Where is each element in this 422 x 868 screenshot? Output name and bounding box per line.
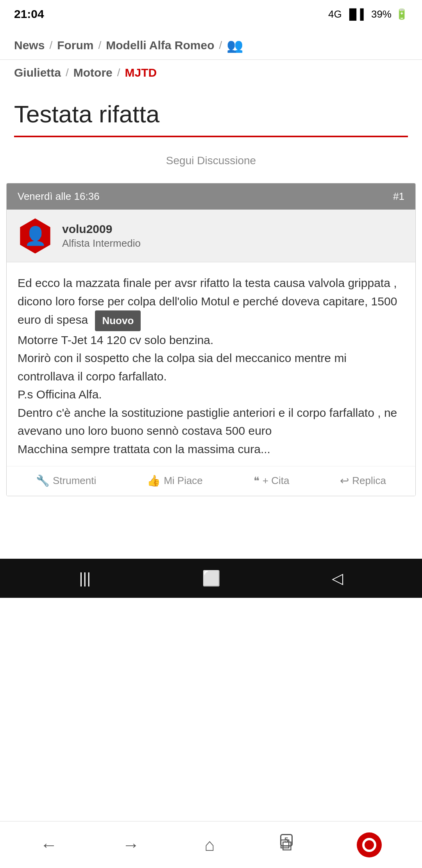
like-button[interactable]: 👍 Mi Piace xyxy=(147,474,203,487)
post-author-row: 👤 volu2009 Alfista Intermedio xyxy=(7,210,415,262)
reply-icon: ↩ xyxy=(340,474,349,487)
android-recents-button[interactable]: ◁ xyxy=(332,570,343,587)
breadcrumb-bottom: Giulietta / Motore / MJTD xyxy=(0,60,422,86)
follow-discussion-button[interactable]: Segui Discussione xyxy=(166,154,256,167)
author-info: volu2009 Alfista Intermedio xyxy=(62,222,141,249)
breadcrumb-modelli[interactable]: Modelli Alfa Romeo xyxy=(106,39,214,52)
breadcrumb-forum[interactable]: Forum xyxy=(57,39,93,52)
like-label: Mi Piace xyxy=(164,475,203,487)
sep-2: / xyxy=(98,39,101,52)
android-home-icon: ⬜ xyxy=(202,570,220,586)
battery-text: 39% xyxy=(371,8,392,20)
quote-icon: ❝ xyxy=(254,474,259,487)
page-title: Testata rifatta xyxy=(14,100,408,129)
sep-4: / xyxy=(66,66,69,79)
nuovo-badge: Nuovo xyxy=(95,310,141,331)
avatar: 👤 xyxy=(18,218,53,253)
post-body: Ed ecco la mazzata finale per avsr rifat… xyxy=(7,262,415,466)
tools-icon: 🔧 xyxy=(36,474,50,487)
android-nav: ||| ⬜ ◁ xyxy=(0,559,422,598)
post-number: #1 xyxy=(393,190,404,203)
breadcrumb-news[interactable]: News xyxy=(14,39,45,52)
android-back-button[interactable]: ||| xyxy=(79,570,91,587)
author-name[interactable]: volu2009 xyxy=(62,222,141,236)
quote-button[interactable]: ❝ + Cita xyxy=(254,474,290,487)
users-icon[interactable]: 👥 xyxy=(227,38,243,53)
post-card: Venerdì alle 16:36 #1 👤 volu2009 Alfista… xyxy=(6,183,416,496)
tools-label: Strumenti xyxy=(53,475,96,487)
sep-3: / xyxy=(219,39,222,52)
status-icons: 4G ▐▌▌ 39% 🔋 xyxy=(328,8,408,20)
like-icon: 👍 xyxy=(147,474,161,487)
battery-icon: 🔋 xyxy=(395,8,408,20)
status-bar: 21:04 4G ▐▌▌ 39% 🔋 xyxy=(0,0,422,28)
android-home-button[interactable]: ⬜ xyxy=(202,570,220,587)
tools-button[interactable]: 🔧 Strumenti xyxy=(36,474,96,487)
post-header: Venerdì alle 16:36 #1 xyxy=(7,183,415,210)
post-time: Venerdì alle 16:36 xyxy=(18,190,100,203)
breadcrumb-mjtd[interactable]: MJTD xyxy=(125,66,157,79)
android-recents-icon: ◁ xyxy=(332,570,343,586)
user-icon: 👤 xyxy=(24,225,46,246)
follow-section: Segui Discussione xyxy=(0,137,422,179)
page-title-section: Testata rifatta xyxy=(0,86,422,137)
network-icon: 4G xyxy=(328,8,342,20)
author-role: Alfista Intermedio xyxy=(62,237,141,249)
android-back-icon: ||| xyxy=(79,570,91,586)
sep-5: / xyxy=(117,66,120,79)
breadcrumb-motore[interactable]: Motore xyxy=(73,66,113,79)
signal-icon: ▐▌▌ xyxy=(346,8,367,20)
reply-button[interactable]: ↩ Replica xyxy=(340,474,386,487)
status-time: 21:04 xyxy=(14,7,44,21)
reply-label: Replica xyxy=(352,475,386,487)
breadcrumb-giulietta[interactable]: Giulietta xyxy=(14,66,61,79)
sep-1: / xyxy=(49,39,52,52)
post-text: Ed ecco la mazzata finale per avsr rifat… xyxy=(18,274,404,458)
breadcrumb-top: News / Forum / Modelli Alfa Romeo / 👥 xyxy=(0,28,422,60)
post-actions: 🔧 Strumenti 👍 Mi Piace ❝ + Cita ↩ Replic… xyxy=(7,466,415,496)
quote-label: + Cita xyxy=(263,475,290,487)
